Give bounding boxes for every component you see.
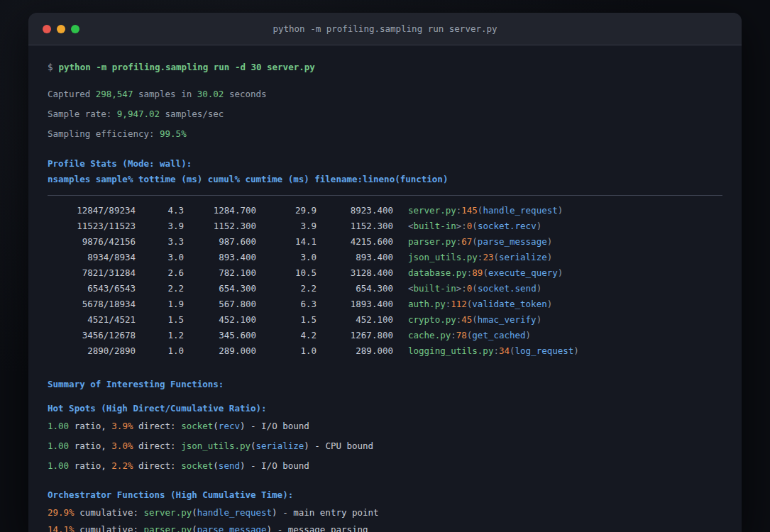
table-row: 11523/11523 3.9 1152.300 3.9 1152.300 <b…: [48, 218, 722, 234]
function-name: handle_request: [197, 507, 272, 518]
line-number: 23: [483, 252, 493, 262]
sample-pct-cell: 2.2: [136, 281, 184, 297]
titlebar[interactable]: python -m profiling.sampling run server.…: [28, 13, 742, 45]
summary-heading: Summary of Interesting Functions:: [48, 377, 722, 392]
location-cell: json_utils.py:23(serialize): [393, 250, 552, 265]
sample-pct-cell: 1.0: [136, 343, 184, 359]
paren-open: (: [510, 345, 515, 356]
paren-open: (: [192, 507, 197, 518]
tottime-cell: 893.400: [184, 250, 256, 265]
tottime-cell: 782.100: [184, 265, 256, 281]
terminal-screen[interactable]: $python -m profiling.sampling run -d 30 …: [28, 60, 742, 532]
paren-close: ): [537, 221, 542, 231]
role-note: - message parsing: [272, 524, 368, 532]
function-name: serialize: [499, 252, 547, 262]
paren-open: (: [472, 236, 478, 247]
table-row: 6543/6543 2.2 654.300 2.2 654.300 <built…: [48, 281, 722, 297]
location-cell: server.py:145(handle_request): [393, 203, 563, 218]
nsamples-cell: 6543/6543: [48, 281, 136, 297]
colon: :: [461, 221, 467, 231]
location-cell: database.py:89(execute_query): [393, 265, 563, 281]
paren-close: ): [558, 205, 563, 216]
function-name: parse_message: [478, 236, 547, 247]
direct-label: direct:: [133, 421, 181, 431]
function-name: execute_query: [488, 267, 558, 278]
cumulative-pct-value: 14.1%: [48, 524, 75, 532]
sample-rate-unit: samples/sec: [160, 109, 224, 119]
direct-pct-value: 3.9%: [111, 421, 133, 431]
function-name: handle_request: [483, 205, 557, 216]
nsamples-cell: 2890/2890: [48, 343, 136, 359]
file-name: auth.py: [408, 299, 446, 309]
profile-stats-heading: Profile Stats (Mode: wall):: [48, 156, 722, 172]
nsamples-cell: 4521/4521: [48, 312, 136, 328]
cumulative-pct-value: 29.9%: [48, 507, 75, 518]
file-name: built-in: [414, 283, 456, 294]
function-name: send: [219, 460, 240, 471]
paren-open: (: [213, 421, 219, 431]
cumtime-cell: 289.000: [317, 343, 393, 359]
table-divider: [48, 195, 722, 196]
table-row: 7821/31284 2.6 782.100 10.5 3128.400 dat…: [48, 265, 722, 281]
table-row: 12847/89234 4.3 1284.700 29.9 8923.400 s…: [48, 203, 722, 218]
close-button[interactable]: [43, 25, 51, 33]
line-number: 112: [451, 299, 467, 309]
nsamples-cell: 3456/12678: [48, 328, 136, 343]
table-row: 5678/18934 1.9 567.800 6.3 1893.400 auth…: [48, 297, 722, 312]
location-cell: <built-in>:0(socket.recv): [393, 218, 541, 234]
paren-open: (: [472, 314, 478, 325]
tottime-cell: 987.600: [184, 234, 256, 250]
direct-label: direct:: [133, 440, 181, 451]
efficiency-line: Sampling efficiency: 99.5%: [48, 126, 722, 142]
tottime-cell: 289.000: [184, 343, 256, 359]
maximize-button[interactable]: [71, 25, 79, 33]
traffic-lights: [43, 13, 79, 45]
command-text: python -m profiling.sampling run -d 30 s…: [59, 62, 315, 72]
cumtime-cell: 1267.800: [317, 328, 393, 343]
line-number: 89: [472, 267, 483, 278]
paren-close: ): [537, 314, 542, 325]
nsamples-cell: 5678/18934: [48, 297, 136, 312]
cumtime-cell: 3128.400: [317, 265, 393, 281]
bound-note: - CPU bound: [309, 440, 373, 451]
line-number: 34: [499, 345, 510, 356]
location-cell: <built-in>:0(socket.send): [393, 281, 541, 297]
tottime-cell: 1284.700: [184, 203, 256, 218]
minimize-button[interactable]: [57, 25, 65, 33]
role-note: - main entry point: [277, 507, 379, 518]
captured-line: Captured 298,547 samples in 30.02 second…: [48, 87, 722, 102]
paren-open: (: [251, 440, 256, 451]
location-cell: crypto.py:45(hmac_verify): [393, 312, 541, 328]
orchestrator-item: 14.1% cumulative: parser.py(parse_messag…: [48, 522, 722, 532]
nsamples-cell: 11523/11523: [48, 218, 136, 234]
hot-spots-heading: Hot Spots (High Direct/Cumulative Ratio)…: [48, 401, 722, 416]
nsamples-cell: 7821/31284: [48, 265, 136, 281]
paren-close: ): [558, 267, 563, 278]
file-name: json_utils.py: [408, 252, 478, 262]
sample-rate-value: 9,947.02: [117, 109, 160, 119]
hot-spot-item: 1.00 ratio, 2.2% direct: socket(send) - …: [48, 458, 722, 474]
cumtime-cell: 1893.400: [317, 297, 393, 312]
location-cell: cache.py:78(get_cached): [393, 328, 531, 343]
efficiency-value: 99.5%: [160, 128, 187, 139]
function-name: get_cached: [472, 330, 525, 340]
sample-pct-cell: 3.0: [136, 250, 184, 265]
cumul-pct-cell: 3.9: [256, 218, 317, 234]
orchestrators-heading: Orchestrator Functions (High Cumulative …: [48, 487, 722, 503]
ratio-value: 1.00: [48, 440, 69, 451]
cumul-pct-cell: 6.3: [256, 297, 317, 312]
target-name: parser.py: [143, 524, 192, 532]
cumul-pct-cell: 1.5: [256, 312, 317, 328]
prompt-symbol: $: [48, 62, 53, 72]
paren-close: ): [573, 345, 579, 356]
ratio-value: 1.00: [48, 460, 69, 471]
function-name: serialize: [256, 440, 304, 451]
cumtime-cell: 452.100: [317, 312, 393, 328]
paren-open: (: [483, 267, 488, 278]
paren-close: ): [537, 283, 542, 294]
colon: :: [461, 283, 467, 294]
bound-note: - I/O bound: [246, 421, 309, 431]
target-name: socket: [181, 421, 213, 431]
profile-table: 12847/89234 4.3 1284.700 29.9 8923.400 s…: [48, 203, 722, 359]
ratio-label: ratio,: [69, 460, 111, 471]
